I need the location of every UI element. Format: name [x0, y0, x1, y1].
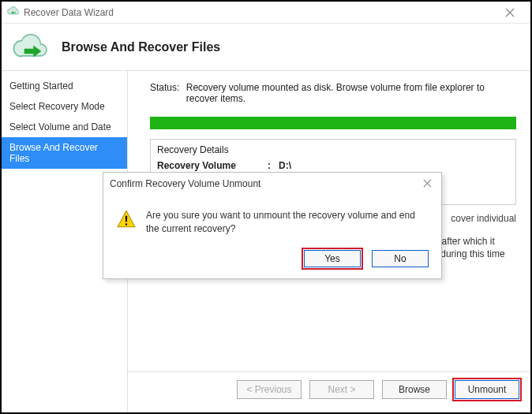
confirm-unmount-dialog: Confirm Recovery Volume Unmount Are you …: [103, 172, 442, 279]
browse-button[interactable]: Browse: [382, 380, 447, 399]
page-title: Browse And Recover Files: [62, 40, 220, 54]
dialog-body: Are you sure you want to unmount the rec…: [103, 195, 441, 242]
status-label: Status:: [150, 82, 186, 104]
unmount-button[interactable]: Unmount: [455, 380, 519, 399]
status-row: Status: Recovery volume mounted as disk.…: [150, 82, 516, 104]
next-button: Next >: [309, 380, 374, 399]
previous-button: < Previous: [237, 380, 302, 399]
dialog-title: Confirm Recovery Volume Unmount: [110, 178, 260, 189]
progress-bar: [150, 117, 516, 129]
window-close-button[interactable]: [494, 2, 526, 23]
app-logo-icon: [6, 6, 19, 19]
close-icon: [423, 179, 432, 188]
recovery-details-title: Recovery Details: [157, 144, 509, 155]
window-title: Recover Data Wizard: [24, 7, 494, 18]
sidebar-item-browse-and-recover-files[interactable]: Browse And Recover Files: [2, 137, 127, 169]
status-text: Recovery volume mounted as disk. Browse …: [186, 82, 516, 104]
svg-rect-2: [126, 216, 127, 222]
dialog-message: Are you sure you want to unmount the rec…: [146, 209, 429, 236]
sidebar-item-select-recovery-mode[interactable]: Select Recovery Mode: [2, 96, 127, 117]
recovery-volume-row: Recovery Volume : D:\: [157, 159, 509, 173]
svg-rect-3: [126, 223, 127, 225]
no-button[interactable]: No: [372, 250, 429, 267]
sidebar-item-select-volume-and-date[interactable]: Select Volume and Date: [2, 117, 127, 137]
titlebar: Recover Data Wizard: [2, 2, 530, 24]
recovery-volume-label: Recovery Volume: [157, 160, 268, 171]
dialog-titlebar: Confirm Recovery Volume Unmount: [103, 173, 441, 195]
dialog-close-button[interactable]: [420, 178, 435, 190]
dialog-button-row: Yes No: [103, 242, 441, 278]
colon: :: [268, 160, 279, 171]
page-header: Browse And Recover Files: [2, 24, 530, 71]
sidebar-item-getting-started[interactable]: Getting Started: [2, 76, 127, 96]
wizard-window: Recover Data Wizard Browse And Recover F…: [0, 0, 532, 414]
wizard-footer: < Previous Next > Browse Unmount: [128, 371, 530, 406]
yes-button[interactable]: Yes: [304, 250, 361, 267]
cloud-restore-icon: [9, 32, 52, 63]
close-icon: [505, 8, 515, 17]
recovery-volume-value: D:\: [279, 160, 291, 171]
warning-icon: [116, 209, 137, 229]
